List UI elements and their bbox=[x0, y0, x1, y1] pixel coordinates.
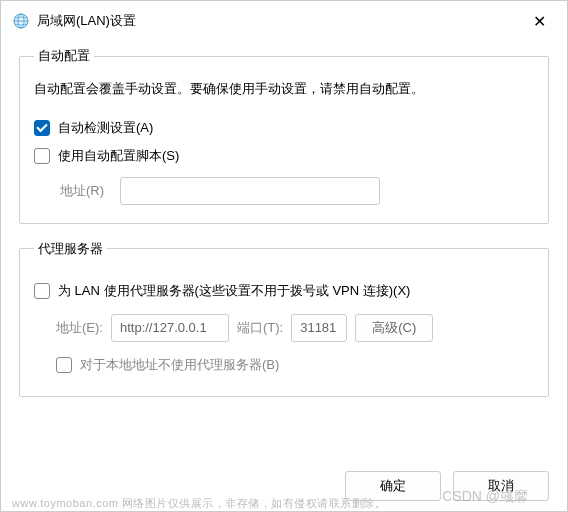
use-proxy-row[interactable]: 为 LAN 使用代理服务器(这些设置不用于拨号或 VPN 连接)(X) bbox=[34, 282, 534, 300]
close-button[interactable]: ✕ bbox=[523, 9, 555, 33]
use-script-row[interactable]: 使用自动配置脚本(S) bbox=[34, 147, 534, 165]
proxy-address-row: 地址(E): 端口(T): 高级(C) bbox=[56, 314, 534, 342]
use-script-label[interactable]: 使用自动配置脚本(S) bbox=[58, 147, 179, 165]
titlebar: 局域网(LAN)设置 ✕ bbox=[1, 1, 567, 43]
dialog-footer: 确定 取消 bbox=[1, 465, 567, 511]
globe-icon bbox=[13, 13, 29, 29]
use-proxy-label[interactable]: 为 LAN 使用代理服务器(这些设置不用于拨号或 VPN 连接)(X) bbox=[58, 282, 410, 300]
script-address-row: 地址(R) bbox=[60, 177, 534, 205]
use-script-checkbox[interactable] bbox=[34, 148, 50, 164]
proxy-legend: 代理服务器 bbox=[34, 240, 107, 258]
proxy-port-input[interactable] bbox=[291, 314, 347, 342]
ok-button[interactable]: 确定 bbox=[345, 471, 441, 501]
dialog-content: 自动配置 自动配置会覆盖手动设置。要确保使用手动设置，请禁用自动配置。 自动检测… bbox=[1, 43, 567, 465]
auto-config-group: 自动配置 自动配置会覆盖手动设置。要确保使用手动设置，请禁用自动配置。 自动检测… bbox=[19, 47, 549, 224]
dialog-title: 局域网(LAN)设置 bbox=[37, 12, 515, 30]
proxy-port-label: 端口(T): bbox=[237, 319, 283, 337]
auto-detect-label[interactable]: 自动检测设置(A) bbox=[58, 119, 153, 137]
proxy-address-label: 地址(E): bbox=[56, 319, 103, 337]
advanced-button[interactable]: 高级(C) bbox=[355, 314, 433, 342]
bypass-local-label[interactable]: 对于本地地址不使用代理服务器(B) bbox=[80, 356, 279, 374]
proxy-group: 代理服务器 为 LAN 使用代理服务器(这些设置不用于拨号或 VPN 连接)(X… bbox=[19, 240, 549, 397]
bypass-local-checkbox[interactable] bbox=[56, 357, 72, 373]
auto-detect-row[interactable]: 自动检测设置(A) bbox=[34, 119, 534, 137]
bypass-local-row[interactable]: 对于本地地址不使用代理服务器(B) bbox=[56, 356, 534, 374]
script-address-input[interactable] bbox=[120, 177, 380, 205]
proxy-address-input[interactable] bbox=[111, 314, 229, 342]
auto-config-description: 自动配置会覆盖手动设置。要确保使用手动设置，请禁用自动配置。 bbox=[34, 79, 534, 99]
use-proxy-checkbox[interactable] bbox=[34, 283, 50, 299]
auto-detect-checkbox[interactable] bbox=[34, 120, 50, 136]
script-address-label: 地址(R) bbox=[60, 182, 110, 200]
lan-settings-dialog: 局域网(LAN)设置 ✕ 自动配置 自动配置会覆盖手动设置。要确保使用手动设置，… bbox=[0, 0, 568, 512]
auto-config-legend: 自动配置 bbox=[34, 47, 94, 65]
cancel-button[interactable]: 取消 bbox=[453, 471, 549, 501]
